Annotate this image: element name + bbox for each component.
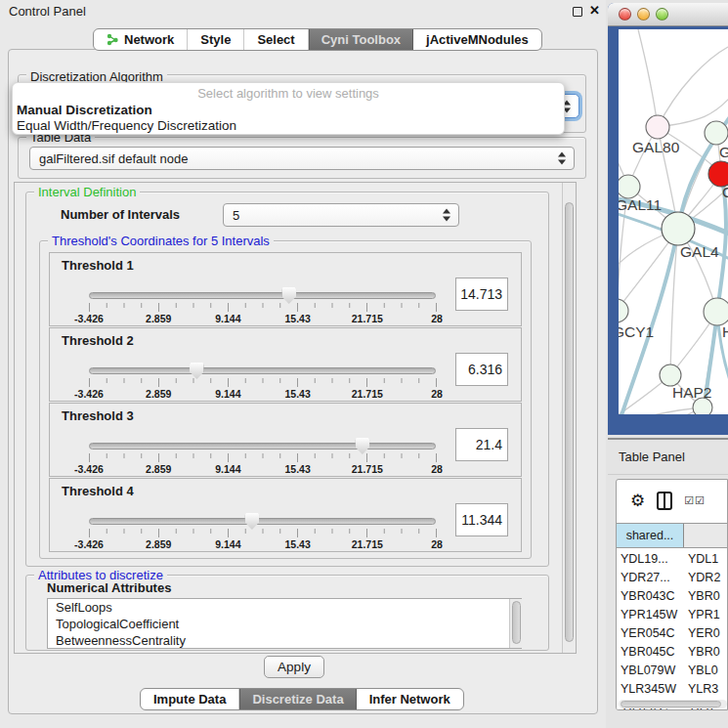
float-window-icon[interactable] — [573, 7, 582, 17]
attributes-list-scrollbar[interactable] — [509, 599, 522, 648]
threshold-value-field[interactable]: 14.713 — [455, 278, 508, 311]
network-window-titlebar[interactable] — [608, 3, 728, 26]
slider-tick-labels: -3.426 2.859 9.144 15.43 21.715 28 — [89, 463, 437, 475]
column-header-shared[interactable]: shared... — [617, 524, 684, 547]
threshold-value-field[interactable]: 21.4 — [455, 428, 508, 461]
table-row[interactable]: YBR045C YBR0 — [617, 642, 728, 661]
popup-placeholder-option[interactable]: Select algorithm to view settings — [13, 86, 564, 101]
checkbox-icons[interactable]: ☑☑ — [684, 494, 706, 507]
tick-label: -3.426 — [74, 388, 104, 400]
num-intervals-label: Number of Intervals — [61, 207, 180, 222]
slider-thumb[interactable] — [355, 438, 369, 454]
node[interactable] — [662, 212, 695, 245]
cell: YBR0 — [684, 642, 728, 661]
tab-label: Select — [257, 32, 294, 47]
column-header-name[interactable]: na — [684, 524, 728, 547]
tick-label: 2.859 — [146, 388, 171, 400]
tick-label: -3.426 — [74, 538, 104, 550]
threshold-value-field[interactable]: 11.344 — [455, 503, 508, 536]
gear-icon[interactable]: ⚙ — [630, 492, 645, 509]
tick-label: 28 — [431, 463, 443, 475]
node[interactable] — [705, 121, 728, 145]
network-view-window[interactable]: GAL80 GA C GAL11 GAL4 GCY1 H HAP2 — [608, 3, 728, 435]
table-row[interactable]: YDR27... YDR2 — [617, 568, 728, 586]
screen: Control Panel ✕ Network Style Select Cyn… — [0, 0, 728, 728]
popup-option-manual-discretization[interactable]: Manual Discretization — [17, 103, 152, 117]
tab-label: Infer Network — [369, 692, 450, 707]
popup-option-equal-width-frequency[interactable]: Equal Width/Frequency Discretization — [17, 118, 236, 133]
tab-select[interactable]: Select — [244, 29, 308, 50]
slider-track[interactable] — [89, 367, 436, 374]
network-graph: GAL80 GA C GAL11 GAL4 GCY1 H HAP2 — [619, 29, 728, 414]
slider-thumb[interactable] — [281, 287, 296, 304]
slider-track[interactable] — [89, 518, 436, 525]
major-ticks — [89, 453, 437, 462]
tab-style[interactable]: Style — [188, 29, 244, 50]
apply-button[interactable]: Apply — [264, 656, 324, 678]
split-columns-icon[interactable] — [657, 492, 672, 510]
list-item[interactable]: BetweennessCentrality — [48, 632, 521, 649]
tick-label: 21.715 — [352, 388, 383, 400]
tick-label: 28 — [431, 388, 443, 400]
node[interactable] — [619, 299, 628, 322]
close-traffic-light-icon[interactable] — [619, 8, 631, 21]
tab-label: Cyni Toolbox — [321, 32, 401, 47]
threshold-3-panel: Threshold 3 -3.426 2.859 9.144 15.43 21.… — [49, 403, 522, 477]
horizontal-scrollbar[interactable] — [619, 700, 727, 708]
tab-cyni-toolbox[interactable]: Cyni Toolbox — [309, 29, 413, 50]
zoom-traffic-light-icon[interactable] — [656, 8, 668, 21]
cell: YER054C — [617, 623, 684, 642]
cell: YLR3 — [684, 679, 728, 698]
scrollbar-thumb[interactable] — [512, 601, 521, 644]
tab-network[interactable]: Network — [94, 29, 188, 50]
tick-label: 21.715 — [352, 538, 383, 550]
node-label: C — [722, 184, 728, 200]
slider-track[interactable] — [89, 443, 436, 450]
tick-label: -3.426 — [74, 463, 104, 475]
table-row[interactable]: YLR345W YLR3 — [617, 679, 728, 698]
slider-thumb[interactable] — [190, 363, 204, 379]
tick-label: 15.43 — [284, 538, 310, 550]
slider-thumb[interactable] — [244, 513, 259, 530]
table-row[interactable]: YPR145W YPR1 — [617, 605, 728, 623]
cell: YER0 — [684, 623, 728, 642]
table-panel-card: ⚙ ☑☑ shared... na YDL19... YDL1 YDR27...… — [616, 479, 728, 710]
node[interactable] — [704, 298, 728, 325]
network-nodes[interactable] — [619, 115, 728, 414]
scrollbar-thumb[interactable] — [621, 701, 721, 707]
slider-track[interactable] — [89, 292, 436, 299]
list-item[interactable]: TopologicalCoefficient — [48, 616, 521, 632]
tick-label: 2.859 — [146, 538, 171, 550]
minimize-traffic-light-icon[interactable] — [637, 8, 650, 21]
node-label: GA — [719, 144, 728, 160]
node[interactable] — [619, 175, 640, 198]
tick-label: 9.144 — [215, 463, 240, 475]
list-item[interactable]: SelfLoops — [48, 599, 521, 616]
tab-label: Network — [124, 32, 174, 47]
table-row[interactable]: YDL19... YDL1 — [617, 549, 728, 568]
table-row[interactable]: YBL079W YBL0 — [617, 661, 728, 679]
node[interactable] — [646, 115, 669, 139]
table-data-combo[interactable]: galFiltered.sif default node — [29, 147, 575, 170]
node[interactable] — [660, 364, 681, 386]
table-data-combo-value: galFiltered.sif default node — [39, 151, 188, 166]
scrollbar-thumb[interactable] — [565, 202, 574, 642]
num-intervals-combo[interactable]: 5 — [223, 203, 459, 227]
table-row[interactable]: YER054C YER0 — [617, 623, 728, 642]
tab-discretize-data[interactable]: Discretize Data — [239, 689, 356, 709]
table-row[interactable]: YBR043C YBR0 — [617, 586, 728, 605]
cell: YBR045C — [617, 642, 684, 661]
tick-label: 2.859 — [146, 313, 171, 324]
tick-label: 21.715 — [352, 463, 383, 475]
cell: YPR145W — [617, 605, 684, 623]
tab-infer-network[interactable]: Infer Network — [357, 689, 463, 709]
vertical-scrollbar[interactable] — [562, 183, 576, 653]
network-canvas[interactable]: GAL80 GA C GAL11 GAL4 GCY1 H HAP2 — [619, 29, 728, 414]
close-icon[interactable]: ✕ — [589, 3, 600, 18]
threshold-value-field[interactable]: 6.316 — [455, 353, 508, 386]
slider-tick-labels: -3.426 2.859 9.144 15.43 21.715 28 — [89, 388, 437, 400]
cell: YDR27... — [617, 568, 684, 586]
tab-jactivemnodules[interactable]: jActiveMNodules — [413, 29, 541, 50]
tab-impute-data[interactable]: Impute Data — [141, 689, 239, 709]
tick-label: 28 — [431, 313, 443, 324]
